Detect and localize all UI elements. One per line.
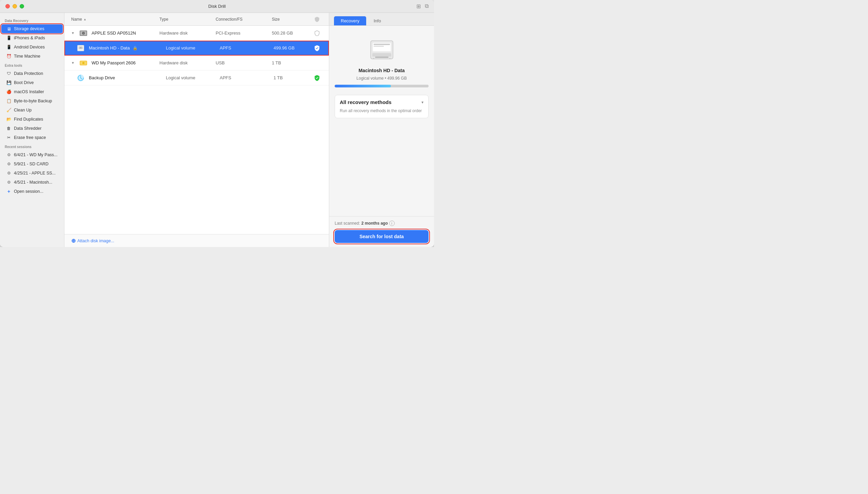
sidebar-item-label: Clean Up — [14, 108, 32, 113]
sidebar-item-android-devices[interactable]: Android Devices — [1, 43, 63, 52]
android-icon — [6, 44, 12, 50]
sidebar-item-label: 5/9/21 - SD CARD — [14, 162, 49, 166]
recovery-methods-dropdown[interactable]: All recovery methods ▾ Run all recovery … — [335, 95, 429, 118]
cleanup-icon — [6, 108, 12, 113]
col-header-size[interactable]: Size — [272, 17, 312, 22]
svg-point-11 — [83, 62, 84, 63]
sidebar-item-data-protection[interactable]: Data Protection — [1, 69, 63, 78]
sidebar-item-data-shredder[interactable]: Data Shredder — [1, 124, 63, 133]
tab-info[interactable]: Info — [367, 16, 388, 25]
right-panel-body: Macintosh HD - Data Logical volume • 499… — [329, 26, 434, 216]
attach-disk-image-button[interactable]: ⊕ Attach disk image... — [71, 238, 114, 244]
duplicates-icon — [6, 117, 12, 122]
sidebar-item-erase-free-space[interactable]: Erase free space — [1, 133, 63, 142]
device-type: Hardware disk — [159, 60, 187, 65]
byte-icon — [6, 98, 12, 104]
last-scanned-text: Last scanned: 2 months ago i — [335, 221, 429, 226]
device-size: 1 TB — [274, 75, 283, 80]
sidebar-item-boot-drive[interactable]: Boot Drive — [1, 78, 63, 87]
device-connection: APFS — [220, 75, 231, 80]
right-panel: Recovery Info — [329, 13, 434, 247]
erase-icon — [6, 135, 12, 140]
col-header-name[interactable]: Name ▲ — [71, 17, 159, 22]
selected-disk-sub: Logical volume • 499.96 GB — [356, 76, 407, 81]
last-scanned-value: 2 months ago — [362, 221, 388, 226]
session-icon — [6, 161, 12, 167]
sidebar-item-storage-devices[interactable]: Storage devices — [1, 24, 63, 33]
right-panel-tabs: Recovery Info — [329, 13, 434, 26]
macos-icon — [6, 89, 12, 95]
disk-image — [367, 35, 397, 65]
sidebar-item-find-duplicates[interactable]: Find Duplicates — [1, 115, 63, 124]
sidebar-item-session-3[interactable]: 4/25/21 - APPLE SS... — [1, 169, 63, 177]
svg-rect-19 — [372, 53, 391, 57]
window-title: Disk Drill — [208, 4, 225, 9]
sidebar-item-label: 4/25/21 - APPLE SS... — [14, 171, 56, 175]
col-header-type[interactable]: Type — [159, 17, 216, 22]
sidebar-item-label: Data Shredder — [14, 126, 41, 131]
bottom-section: Last scanned: 2 months ago i Search for … — [329, 216, 434, 247]
boot-icon — [6, 80, 12, 86]
close-button[interactable] — [5, 4, 10, 8]
sidebar-item-iphones-ipads[interactable]: iPhones & iPads — [1, 34, 63, 42]
sidebar-item-session-2[interactable]: 5/9/21 - SD CARD — [1, 159, 63, 168]
table-row[interactable]: ▼ WD My Passport 2606 Hardware disk — [64, 56, 329, 71]
sidebar-toggle-icon[interactable]: ⧉ — [425, 3, 429, 10]
sidebar-item-time-machine[interactable]: Time Machine — [1, 52, 63, 61]
minimize-button[interactable] — [13, 4, 17, 8]
app-window: Disk Drill ⊞ ⧉ Data Recovery Storage dev… — [0, 0, 434, 247]
recovery-dropdown-header[interactable]: All recovery methods ▾ — [340, 99, 424, 105]
chevron-down-icon: ▼ — [71, 31, 77, 35]
device-type: Logical volume — [166, 75, 195, 80]
sidebar-item-clean-up[interactable]: Clean Up — [1, 106, 63, 115]
info-icon[interactable]: i — [389, 221, 395, 226]
data-recovery-section-label: Data Recovery — [0, 16, 64, 24]
table-body: ▼ APPLE SSD AP0512N Hardware disk — [64, 26, 329, 234]
sidebar-item-label: Time Machine — [14, 54, 40, 59]
device-name: WD My Passport 2606 — [92, 60, 136, 65]
device-size: 499.96 GB — [274, 45, 295, 51]
svg-rect-18 — [374, 46, 384, 47]
device-name: Backup Drive — [89, 75, 115, 80]
disk-icon — [76, 73, 86, 83]
svg-point-3 — [83, 33, 84, 34]
window-control-icon[interactable]: ⊞ — [417, 3, 421, 10]
table-row[interactable]: Macintosh HD - Data 🔒 Logical volume APF… — [64, 41, 329, 56]
attach-bar: ⊕ Attach disk image... — [64, 234, 329, 247]
session-icon — [6, 152, 12, 157]
shredder-icon — [6, 126, 12, 131]
storage-progress-bar — [335, 85, 429, 88]
chevron-down-icon: ▼ — [71, 61, 77, 65]
sidebar: Data Recovery Storage devices iPhones & … — [0, 13, 64, 247]
sidebar-item-macos-installer[interactable]: macOS Installer — [1, 88, 63, 96]
table-row[interactable]: ▼ APPLE SSD AP0512N Hardware disk — [64, 26, 329, 41]
spacer — [335, 122, 429, 211]
lock-icon: 🔒 — [133, 46, 138, 51]
sidebar-item-label: macOS Installer — [14, 90, 44, 94]
sidebar-item-label: Byte-to-byte Backup — [14, 99, 52, 103]
search-for-lost-data-button[interactable]: Search for lost data — [335, 230, 429, 243]
device-type: Hardware disk — [159, 31, 187, 36]
storage-icon — [6, 26, 12, 32]
recent-sessions-section-label: Recent sessions — [0, 142, 64, 150]
sidebar-item-open-session[interactable]: Open session... — [1, 187, 63, 196]
device-connection: APFS — [220, 45, 231, 51]
col-header-shield — [312, 17, 322, 22]
svg-point-21 — [373, 58, 374, 59]
shield-green-icon — [314, 75, 320, 81]
sidebar-item-session-1[interactable]: 6/4/21 - WD My Pass... — [1, 150, 63, 159]
sidebar-item-label: Storage devices — [14, 26, 44, 31]
table-row[interactable]: Backup Drive Logical volume APFS 1 TB — [64, 71, 329, 86]
maximize-button[interactable] — [20, 4, 24, 8]
sidebar-item-byte-to-byte[interactable]: Byte-to-byte Backup — [1, 97, 63, 106]
sidebar-item-label: 6/4/21 - WD My Pass... — [14, 152, 58, 157]
disk-visual: Macintosh HD - Data Logical volume • 499… — [335, 31, 429, 91]
content-area: Name ▲ Type Connection/FS Size — [64, 13, 329, 247]
extra-tools-section-label: Extra tools — [0, 61, 64, 69]
sidebar-item-session-4[interactable]: 4/5/21 - Macintosh... — [1, 178, 63, 187]
add-session-icon — [6, 189, 12, 194]
col-header-connection[interactable]: Connection/FS — [216, 17, 272, 22]
recovery-methods-description: Run all recovery methods in the optimal … — [340, 108, 424, 114]
session-icon — [6, 179, 12, 185]
tab-recovery[interactable]: Recovery — [334, 16, 366, 25]
